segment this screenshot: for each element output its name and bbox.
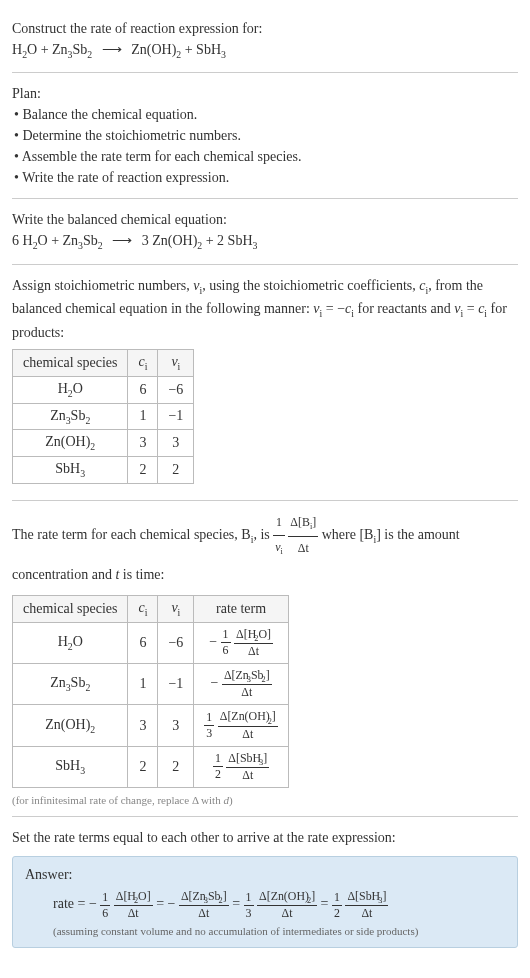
col-species: chemical species (13, 595, 128, 622)
t: Sb (71, 675, 86, 690)
s: 3 (80, 468, 85, 479)
t: ] (223, 889, 227, 903)
balanced-equation: 6 H2O + Zn3Sb2 ⟶ 3 Zn(OH)2 + 2 SbH3 (12, 230, 518, 253)
cell-nui: −1 (158, 663, 194, 704)
t: The rate term for each chemical species,… (12, 527, 251, 542)
t: + SbH (181, 42, 221, 57)
cell-species: Zn3Sb2 (13, 663, 128, 704)
s: i (178, 607, 181, 618)
cell-ci: 3 (128, 705, 158, 746)
cell-ci: 6 (128, 376, 158, 403)
s: 2 (85, 682, 90, 693)
col-nui: νi (158, 595, 194, 622)
rate-equals: rate = (53, 896, 89, 911)
plan-item-2: • Determine the stoichiometric numbers. (12, 125, 518, 146)
num: Δ[SbH3] (345, 889, 388, 906)
balanced-label: Write the balanced chemical equation: (12, 209, 518, 230)
cell-nui: 3 (158, 430, 194, 457)
frac: Δ[Zn3Sb2]Δt (222, 668, 272, 700)
s: 2 (90, 723, 95, 734)
frac: 16 (100, 890, 110, 921)
s: i (178, 361, 181, 372)
minus: − (209, 634, 217, 649)
t: Zn(OH) (45, 717, 90, 732)
cell-species: SbH3 (13, 746, 128, 787)
arrow-icon: ⟶ (96, 42, 128, 57)
t: O] (138, 889, 151, 903)
frac: Δ[SbH3]Δt (226, 751, 269, 783)
num: 1 (204, 710, 214, 726)
t: 6 H (12, 233, 33, 248)
cell-rate-term: 13 Δ[Zn(OH)2]Δt (194, 705, 289, 746)
answer-box: Answer: rate = − 16 Δ[H2O]Δt = − Δ[Zn3Sb… (12, 856, 518, 948)
t: Assign stoichiometric numbers, (12, 278, 193, 293)
frac: Δ[Zn(OH)2]Δt (257, 889, 317, 921)
den: Δt (218, 727, 278, 742)
s: 2 (90, 441, 95, 452)
t: ] (263, 751, 267, 765)
num: Δ[Zn(OH)2] (257, 889, 317, 906)
t: ) (229, 794, 233, 806)
frac: 12 (332, 890, 342, 921)
stoich-table: chemical species ci νi H2O 6 −6 Zn3Sb2 1… (12, 349, 194, 484)
t: Δ[Zn (224, 668, 249, 682)
t: Sb (73, 42, 88, 57)
t: H (12, 42, 22, 57)
den: Δt (234, 644, 273, 659)
table-row: H2O 6 −6 − 16 Δ[H2O]Δt (13, 622, 289, 663)
table-row: Zn(OH)2 3 3 13 Δ[Zn(OH)2]Δt (13, 705, 289, 746)
num: Δ[H2O] (114, 889, 153, 906)
equals: = (232, 896, 243, 911)
t: where [B (322, 527, 374, 542)
t: Zn (50, 675, 66, 690)
num: 1 (221, 627, 231, 643)
cell-nui: 2 (158, 746, 194, 787)
t: Zn (50, 408, 66, 423)
den: νi (273, 536, 285, 561)
cell-nui: 3 (158, 705, 194, 746)
cell-species: Zn3Sb2 (13, 403, 128, 430)
t: is time: (119, 567, 164, 582)
t: Δ[Zn (181, 889, 206, 903)
cell-species: Zn(OH)2 (13, 705, 128, 746)
cell-species: Zn(OH)2 (13, 430, 128, 457)
arrow-icon: ⟶ (106, 233, 138, 248)
eq-rhs: Zn(OH)2 + SbH3 (131, 42, 226, 57)
table-header-row: chemical species ci νi rate term (13, 595, 289, 622)
cell-species: H2O (13, 376, 128, 403)
t: (for infinitesimal rate of change, repla… (12, 794, 223, 806)
num: Δ[H2O] (234, 627, 273, 644)
section-answer: Set the rate terms equal to each other t… (12, 817, 518, 958)
den: Δt (114, 906, 153, 921)
t: O] (258, 627, 271, 641)
table-header-row: chemical species ci νi (13, 349, 194, 376)
t: Δ[Zn(OH) (220, 709, 270, 723)
answer-label: Answer: (25, 867, 505, 883)
num: Δ[SbH3] (226, 751, 269, 768)
t: 3 Zn(OH) (142, 233, 198, 248)
num: Δ[Zn(OH)2] (218, 709, 278, 726)
table-row: SbH3 2 2 (13, 457, 194, 484)
t: Sb (83, 233, 98, 248)
t: Δ[Zn(OH) (259, 889, 309, 903)
plan-item-3: • Assemble the rate term for each chemic… (12, 146, 518, 167)
s: i (145, 361, 148, 372)
cell-species: SbH3 (13, 457, 128, 484)
t: SbH (55, 758, 80, 773)
table-row: Zn3Sb2 1 −1 − Δ[Zn3Sb2]Δt (13, 663, 289, 704)
equals: = (156, 896, 167, 911)
cell-ci: 1 (128, 663, 158, 704)
set-text: Set the rate terms equal to each other t… (12, 827, 518, 848)
answer-note: (assuming constant volume and no accumul… (25, 925, 505, 937)
t: H (58, 634, 68, 649)
s: 3 (253, 240, 258, 251)
den: Δt (222, 685, 272, 700)
frac: 12 (213, 751, 223, 782)
rate-term-text: The rate term for each chemical species,… (12, 511, 518, 589)
col-ci: ci (128, 349, 158, 376)
den: 6 (100, 906, 110, 921)
t: for reactants and (354, 301, 454, 316)
frac: Δ[Zn3Sb2]Δt (179, 889, 229, 921)
cell-ci: 2 (128, 746, 158, 787)
t: = − (322, 301, 345, 316)
